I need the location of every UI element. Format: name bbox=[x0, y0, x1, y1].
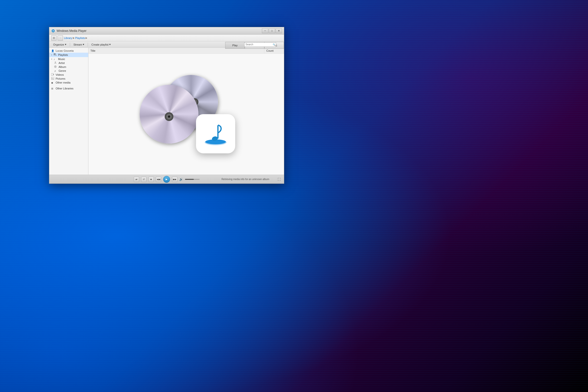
svg-marker-16 bbox=[51, 78, 54, 79]
sidebar-user: 👤 Lucas Gouveia bbox=[49, 49, 88, 53]
play-icon: ▶ bbox=[166, 178, 168, 180]
album-icon bbox=[54, 66, 58, 68]
shuffle-button[interactable]: ⇄ bbox=[134, 177, 139, 182]
user-icon: 👤 bbox=[51, 50, 55, 52]
organize-dropdown-arrow: ▾ bbox=[65, 43, 66, 46]
music-note-svg bbox=[202, 120, 229, 147]
stream-dropdown-arrow: ▾ bbox=[83, 43, 84, 46]
sidebar-item-playlists[interactable]: ▾ Playlists bbox=[49, 53, 88, 57]
artwork-container bbox=[135, 70, 238, 158]
videos-label: Videos bbox=[56, 73, 64, 76]
breadcrumb-sep-2: ▶ bbox=[86, 36, 88, 39]
fullscreen-button[interactable]: ⛶ bbox=[276, 177, 282, 182]
minimize-button[interactable]: ─ bbox=[262, 28, 268, 33]
sidebar-item-pictures[interactable]: Pictures bbox=[49, 77, 88, 80]
play-button[interactable]: ▶ bbox=[163, 176, 170, 183]
next-button[interactable]: ▶▶ bbox=[172, 177, 178, 182]
sidebar: 👤 Lucas Gouveia ▾ Playlists ▾ ♪ Music bbox=[49, 48, 88, 175]
stop-button[interactable]: ■ bbox=[148, 177, 154, 182]
app-icon bbox=[51, 29, 55, 33]
svg-marker-4 bbox=[60, 38, 61, 38]
music-icon-small: ♪ bbox=[54, 58, 57, 60]
stream-button[interactable]: Stream ▾ bbox=[72, 42, 86, 47]
sidebar-item-other-media[interactable]: ◆ Other media bbox=[49, 80, 88, 84]
playlists-icon bbox=[54, 53, 57, 56]
status-text: Retrieving media info for an unknown alb… bbox=[222, 178, 269, 180]
fullscreen-icon: ⛶ bbox=[278, 178, 280, 181]
svg-rect-5 bbox=[54, 54, 56, 54]
pictures-label: Pictures bbox=[56, 77, 66, 80]
breadcrumb: Library ▶ Playlists ▶ bbox=[64, 36, 88, 40]
breadcrumb-sep-1: ▶ bbox=[73, 36, 75, 39]
cd-hole-front bbox=[168, 116, 170, 118]
back-button[interactable] bbox=[51, 35, 56, 41]
genre-icon: ♬ bbox=[54, 70, 58, 72]
sidebar-item-artist[interactable]: Artist bbox=[49, 61, 88, 65]
sidebar-item-other-libraries[interactable]: ⊞ Other Libraries bbox=[49, 86, 88, 90]
svg-point-9 bbox=[55, 62, 56, 63]
breadcrumb-library[interactable]: Library bbox=[64, 36, 72, 40]
content-body bbox=[88, 54, 284, 175]
volume-slider[interactable] bbox=[185, 179, 200, 180]
music-arrow: ▾ bbox=[51, 58, 52, 60]
sidebar-item-album[interactable]: Album bbox=[49, 65, 88, 69]
maximize-button[interactable]: □ bbox=[269, 28, 275, 33]
close-button[interactable]: ✕ bbox=[276, 28, 282, 33]
toolbar-separator-2 bbox=[88, 43, 88, 46]
playlists-label: Playlists bbox=[58, 54, 68, 56]
content-area: Title Count bbox=[88, 48, 284, 175]
artist-icon bbox=[54, 62, 58, 64]
volume-fill bbox=[185, 179, 194, 180]
other-media-icon: ◆ bbox=[51, 81, 55, 84]
music-app-icon bbox=[196, 114, 235, 153]
play-tab-button[interactable]: Play bbox=[225, 42, 245, 49]
repeat-button[interactable]: ↺ bbox=[141, 177, 146, 182]
breadcrumb-playlists[interactable]: Playlists bbox=[75, 36, 85, 40]
repeat-icon: ↺ bbox=[143, 178, 145, 180]
album-label: Album bbox=[58, 66, 66, 68]
svg-rect-6 bbox=[54, 54, 56, 55]
titlebar: Windows Media Player ─ □ ✕ bbox=[49, 27, 284, 34]
search-input[interactable] bbox=[244, 42, 276, 47]
create-playlist-button[interactable]: Create playlist ▾ bbox=[90, 42, 113, 47]
other-libraries-label: Other Libraries bbox=[56, 87, 74, 90]
sidebar-item-videos[interactable]: Videos bbox=[49, 73, 88, 77]
navbar: Library ▶ Playlists ▶ Play Burn Sync bbox=[49, 34, 284, 42]
sidebar-username: Lucas Gouveia bbox=[56, 49, 74, 52]
shuffle-icon: ⇄ bbox=[136, 178, 138, 180]
toolbar-separator-1 bbox=[70, 43, 70, 46]
speaker-icon: 🔊 bbox=[179, 178, 183, 181]
search-button[interactable]: 🔍 bbox=[273, 43, 276, 46]
genre-label: Genre bbox=[58, 69, 66, 72]
prev-icon: ◀◀ bbox=[157, 178, 160, 180]
playlists-arrow: ▾ bbox=[51, 54, 52, 56]
app-window: Windows Media Player ─ □ ✕ Library ▶ Pla… bbox=[49, 27, 284, 184]
svg-marker-8 bbox=[56, 55, 56, 56]
prev-button[interactable]: ◀◀ bbox=[156, 177, 161, 182]
statusbar: ⇄ ↺ ■ ◀◀ ▶ ▶▶ 🔊 Retrieving media info fo… bbox=[49, 175, 284, 184]
window-title: Windows Media Player bbox=[56, 29, 262, 32]
other-media-label: Other media bbox=[56, 81, 70, 84]
window-controls: ─ □ ✕ bbox=[262, 28, 282, 33]
search-wrapper: 🔍 bbox=[244, 42, 276, 47]
sidebar-item-music[interactable]: ▾ ♪ Music bbox=[49, 57, 88, 61]
artist-label: Artist bbox=[58, 62, 65, 64]
svg-rect-7 bbox=[54, 55, 55, 55]
videos-icon bbox=[51, 73, 55, 76]
sidebar-item-genre[interactable]: ♬ Genre bbox=[49, 69, 88, 73]
organize-button[interactable]: Organize ▾ bbox=[51, 42, 68, 47]
other-libraries-icon: ⊞ bbox=[51, 87, 55, 90]
svg-marker-3 bbox=[54, 38, 54, 38]
svg-marker-13 bbox=[54, 74, 54, 75]
svg-rect-14 bbox=[51, 77, 54, 80]
forward-button[interactable] bbox=[58, 35, 63, 41]
create-playlist-dropdown-arrow: ▾ bbox=[109, 43, 111, 46]
main-content: 👤 Lucas Gouveia ▾ Playlists ▾ ♪ Music bbox=[49, 48, 284, 175]
pictures-icon bbox=[51, 77, 55, 80]
next-icon: ▶▶ bbox=[173, 178, 176, 180]
svg-point-15 bbox=[52, 78, 52, 78]
music-label: Music bbox=[58, 58, 65, 60]
svg-point-11 bbox=[55, 66, 56, 67]
stop-icon: ■ bbox=[150, 178, 152, 180]
svg-rect-12 bbox=[51, 73, 53, 76]
